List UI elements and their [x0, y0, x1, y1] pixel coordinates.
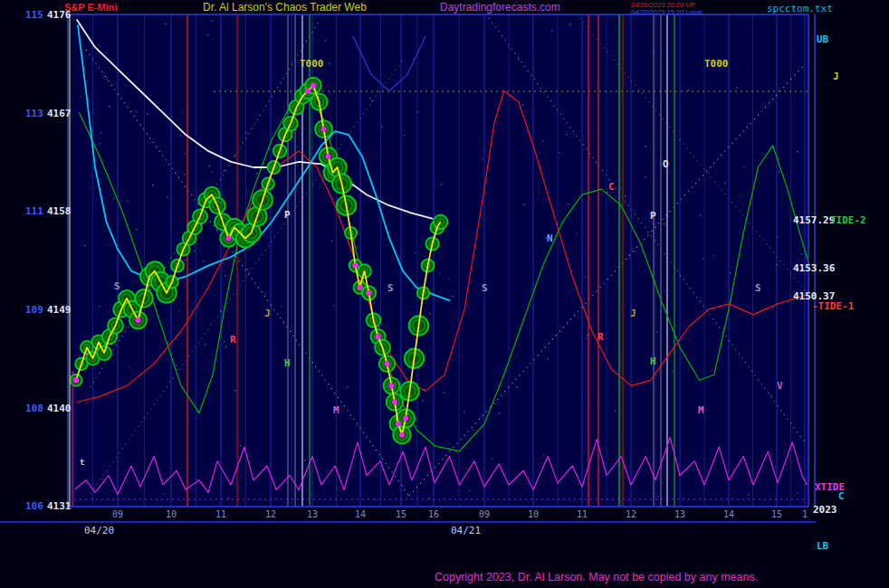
side-label--tide-1: -TIDE-1 [812, 300, 855, 312]
y-axis-price-label: 4158 [47, 205, 72, 217]
x-axis-tick-label: 16 [428, 509, 439, 519]
y-axis-alt-label: 115 [25, 9, 43, 21]
pivot-marker [376, 334, 381, 339]
data-file-link[interactable]: spcctom.txt [767, 3, 833, 14]
chart-letter-S: S [755, 282, 761, 294]
y-axis-alt-label: 111 [25, 205, 43, 217]
page-title: Dr. Al Larson's Chaos Trader Web [203, 1, 367, 14]
side-label-4157-29: 4157.29 [793, 214, 835, 226]
y-axis-alt-label: 108 [25, 403, 43, 414]
x-axis-tick-label: 13 [674, 509, 685, 519]
pivot-marker [321, 127, 327, 132]
side-label-tide-2: TIDE-2 [830, 214, 866, 226]
pivot-marker [226, 235, 232, 241]
chart-letter-M: M [333, 404, 339, 416]
y-axis-price-label: 4131 [47, 500, 72, 512]
timestamp-local: 04/20/2023 15:20 Local [631, 8, 702, 16]
x-axis-tick-label: 11 [577, 509, 588, 519]
x-axis-tick-label: 1 [802, 509, 808, 519]
y-axis-alt-label: 113 [25, 108, 43, 119]
side-label-ub: UB [817, 33, 829, 45]
pivot-marker [136, 318, 141, 323]
x-axis-tick-label: 14 [723, 509, 734, 519]
pivot-marker [367, 290, 372, 296]
chaos-trader-screen: T000T000PPOCNSSSSJJRRHHMMVt1154176113416… [0, 0, 889, 588]
x-axis-tick-label: 15 [771, 509, 782, 519]
chart-letter-H: H [650, 356, 656, 367]
pivot-marker [392, 400, 397, 405]
x-axis-date-label: 04/20 [84, 525, 114, 536]
y-axis-price-label: 4149 [47, 304, 72, 316]
chart-letter-T000: T000 [300, 58, 324, 70]
x-axis-tick-label: 10 [166, 509, 177, 519]
chart-letter-M: M [698, 404, 704, 416]
chart-letter-C: C [608, 181, 615, 193]
x-axis-date-label: 04/21 [451, 525, 481, 536]
pivot-marker [305, 89, 311, 94]
x-axis-tick-label: 14 [355, 509, 366, 519]
y-axis-alt-label: 109 [25, 304, 43, 316]
x-axis-tick-label: 13 [307, 509, 318, 519]
pivot-marker [399, 432, 405, 438]
side-label-j: J [833, 71, 839, 82]
chart-letter-J: J [630, 308, 636, 319]
chart-letter-V: V [777, 380, 783, 392]
y-axis-labels: 1154176113416711141581094149108414010641… [25, 9, 72, 512]
x-axis-tick-label: 12 [265, 509, 276, 519]
x-axis-tick-label: 15 [396, 509, 406, 519]
pivot-marker [396, 422, 401, 427]
instrument-label: S&P E-Mini [64, 2, 117, 13]
copyright-notice: Copyright 2023, Dr. Al Larson. May not b… [435, 571, 758, 583]
chart-letter-O: O [663, 158, 669, 170]
side-label-4153-36: 4153.36 [793, 262, 836, 274]
pivot-marker [403, 416, 408, 422]
chart-letter-P: P [284, 209, 291, 221]
side-label-2023: 2023 [813, 504, 837, 516]
x-axis-tick-label: 12 [626, 509, 636, 519]
x-axis-tick-label: 10 [528, 509, 539, 519]
pivot-marker [353, 263, 358, 269]
x-axis-tick-label: 11 [215, 509, 226, 519]
pivot-marker [311, 83, 316, 89]
pivot-marker [73, 377, 79, 383]
site-link[interactable]: Daytradingforecasts.com [440, 1, 560, 14]
chart-letter-S: S [482, 282, 488, 294]
chart-canvas: T000T000PPOCNSSSSJJRRHHMMVt1154176113416… [0, 0, 889, 588]
chart-letter-P: P [650, 210, 656, 222]
pivot-marker [389, 383, 395, 388]
chart-letter-N: N [547, 232, 553, 244]
chart-letter-R: R [230, 334, 236, 346]
chart-letter-H: H [284, 357, 291, 369]
y-axis-alt-label: 106 [25, 500, 43, 512]
chart-letter-S: S [114, 280, 120, 292]
chart-letter-T000: T000 [704, 58, 729, 70]
chart-letter-J: J [264, 308, 271, 319]
pivot-marker [385, 361, 390, 366]
pivot-marker [326, 154, 331, 159]
side-label-c: C [838, 490, 845, 502]
side-label-lb: LB [817, 540, 829, 552]
chart-letter-S: S [387, 282, 394, 294]
pivot-marker [358, 285, 363, 290]
y-axis-price-label: 4140 [47, 403, 72, 414]
y-axis-price-label: 4167 [47, 108, 72, 119]
x-axis-tick-label: 09 [112, 509, 123, 519]
x-axis-labels: 091011121314151609101112131415104/2004/2… [84, 509, 808, 536]
x-axis-tick-label: 09 [479, 509, 490, 519]
chart-letter-R: R [597, 331, 604, 343]
chart-letter-t: t [80, 458, 84, 467]
